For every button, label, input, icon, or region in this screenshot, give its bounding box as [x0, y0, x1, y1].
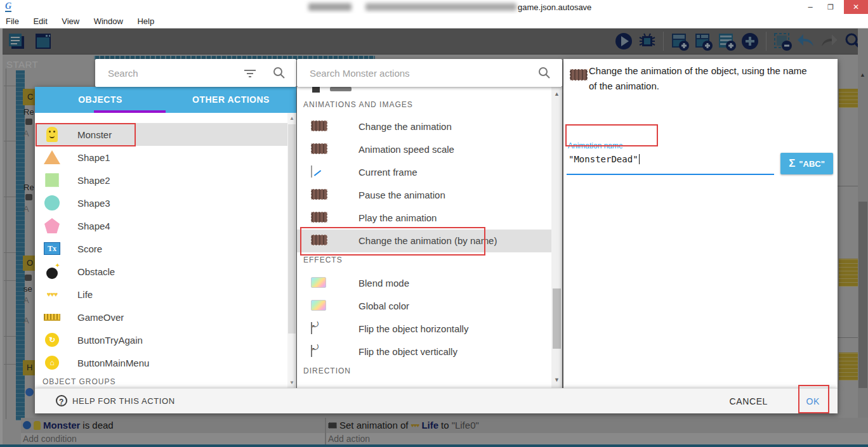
palette-icon: [311, 300, 326, 311]
action-row-pause-animation[interactable]: Pause the animation: [297, 184, 551, 207]
minimize-button[interactable]: –: [801, 0, 820, 14]
object-row-shape4[interactable]: Shape4: [35, 214, 287, 237]
objects-search-input[interactable]: [108, 59, 254, 87]
action-row-change-animation-by-name[interactable]: Change the animation (by name): [297, 230, 551, 252]
action-label: Flip the object horizontally: [358, 323, 468, 334]
object-row-shape1[interactable]: Shape1: [35, 146, 287, 169]
object-label: Life: [77, 289, 93, 300]
object-row-monster[interactable]: Monster: [35, 123, 287, 146]
action-label: Flip the object vertically: [358, 346, 457, 357]
title-bar: G game.json.autosave – ❐ ✕: [0, 0, 868, 14]
objects-search-card: [95, 59, 296, 87]
close-button[interactable]: ✕: [844, 0, 868, 14]
object-row-buttontryagain[interactable]: ↻ ButtonTryAgain: [35, 328, 287, 351]
tab-other-actions[interactable]: OTHER ACTIONS: [166, 87, 296, 113]
objects-tab-bar: OBJECTS OTHER ACTIONS: [35, 87, 296, 113]
frame-icon: [311, 165, 312, 178]
scroll-up-icon[interactable]: ▲: [289, 115, 294, 121]
parameters-panel: Change the animation of the object, usin…: [563, 59, 838, 388]
clipped-row-text: [330, 87, 352, 91]
cancel-button[interactable]: CANCEL: [730, 396, 768, 406]
object-row-gameover[interactable]: GameOver: [35, 306, 287, 328]
help-icon: ?: [56, 395, 67, 406]
gdevelop-logo-icon: G: [5, 2, 11, 12]
action-row-blend-mode[interactable]: Blend mode: [297, 272, 551, 295]
action-row-current-frame[interactable]: Current frame: [297, 161, 551, 184]
restore-button[interactable]: ❐: [821, 0, 840, 14]
film-icon: [311, 120, 327, 131]
object-label: GameOver: [77, 312, 124, 323]
object-row-score[interactable]: Tx Score: [35, 237, 287, 260]
menu-window[interactable]: Window: [88, 14, 129, 26]
action-label: Current frame: [358, 167, 418, 178]
animation-name-input[interactable]: "MonsterDead": [569, 154, 640, 164]
monster-icon: [43, 126, 61, 143]
filter-icon[interactable]: [242, 65, 258, 81]
input-underline: [567, 174, 774, 175]
scrollbar-thumb[interactable]: [288, 124, 296, 334]
flip-h-icon: ⤾: [311, 322, 312, 334]
help-label: HELP FOR THIS ACTION: [72, 396, 175, 406]
scroll-up-icon[interactable]: ▲: [554, 91, 560, 97]
hearts-icon: ♥♥♥: [43, 285, 61, 303]
actions-panel: ANIMATIONS AND IMAGES Change the animati…: [297, 87, 562, 388]
film-icon: [570, 69, 588, 81]
palette-icon: [311, 277, 326, 288]
text-object-icon: Tx: [43, 240, 61, 257]
menu-help[interactable]: Help: [131, 14, 160, 26]
action-row-global-color[interactable]: Global color: [297, 295, 551, 318]
section-effects-header: EFFECTS: [303, 256, 343, 264]
search-icon[interactable]: [537, 65, 552, 81]
action-label: Animation speed scale: [358, 144, 454, 155]
search-icon[interactable]: [272, 65, 287, 81]
expression-editor-button[interactable]: Σ "ABC": [780, 153, 833, 174]
pentagon-icon: [43, 217, 61, 235]
actions-search-input[interactable]: [310, 59, 519, 87]
object-label: Shape2: [77, 175, 110, 186]
square-icon: [43, 171, 61, 189]
object-row-buttonmainmenu[interactable]: ⌂ ButtonMainMenu: [35, 351, 287, 374]
menu-view[interactable]: View: [56, 14, 85, 26]
object-label: Shape3: [77, 198, 110, 209]
object-label: Score: [77, 243, 102, 254]
object-row-obstacle[interactable]: Obstacle: [35, 260, 287, 283]
object-label: Obstacle: [77, 266, 115, 277]
help-link[interactable]: ? HELP FOR THIS ACTION: [56, 395, 175, 406]
object-label: Monster: [77, 129, 112, 140]
scroll-down-icon[interactable]: ▼: [554, 377, 560, 383]
action-label: Play the animation: [358, 212, 437, 223]
home-button-icon: ⌂: [43, 354, 61, 372]
retry-button-icon: ↻: [43, 331, 61, 349]
action-label: Global color: [358, 301, 409, 311]
action-label: Blend mode: [358, 278, 409, 288]
scroll-down-icon[interactable]: ▼: [289, 380, 294, 385]
film-icon: [311, 212, 327, 223]
objects-scrollbar[interactable]: ▲ ▼: [287, 113, 296, 388]
menu-file[interactable]: File: [0, 14, 25, 26]
triangle-icon: [43, 148, 61, 166]
action-row-flip-horizontally[interactable]: ⤾ Flip the object horizontally: [297, 318, 551, 340]
active-tab-indicator: [94, 110, 166, 113]
redacted-path-text: [365, 3, 516, 11]
object-label: Shape4: [77, 221, 110, 231]
app-stage: START C Re A Re A O se A A H ▲ Monster i…: [0, 29, 868, 447]
action-row-flip-vertically[interactable]: ⤾ Flip the object vertically: [297, 340, 551, 363]
film-icon: [311, 189, 327, 200]
action-row-play-animation[interactable]: Play the animation: [297, 207, 551, 230]
object-row-shape2[interactable]: Shape2: [35, 169, 287, 191]
actions-scrollbar[interactable]: ▲ ▼: [551, 87, 562, 388]
circle-icon: [43, 194, 61, 212]
object-row-shape3[interactable]: Shape3: [35, 191, 287, 214]
scrollbar-thumb[interactable]: [553, 288, 561, 349]
action-label: Change the animation (by name): [358, 235, 497, 246]
objects-panel: OBJECTS OTHER ACTIONS Monster Shape1 Sha…: [35, 87, 296, 388]
action-row-animation-speed[interactable]: Animation speed scale: [297, 138, 551, 161]
dialog-footer: ? HELP FOR THIS ACTION CANCEL OK: [35, 388, 838, 413]
ok-button[interactable]: OK: [806, 396, 820, 406]
menu-edit[interactable]: Edit: [27, 14, 53, 26]
object-row-life[interactable]: ♥♥♥ Life: [35, 283, 287, 306]
object-label: ButtonTryAgain: [77, 335, 143, 346]
tab-objects[interactable]: OBJECTS: [35, 87, 166, 113]
flip-v-icon: ⤾: [311, 345, 312, 357]
action-row-change-animation[interactable]: Change the animation: [297, 115, 551, 138]
